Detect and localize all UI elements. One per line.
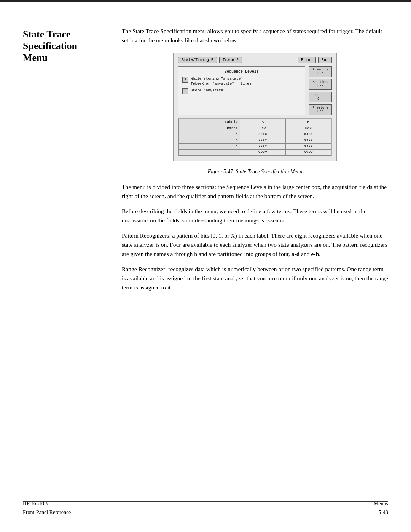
bold-eh: e-h: [311, 251, 319, 257]
row-b-label: b: [179, 137, 240, 143]
label-header-row: Label> A B: [179, 119, 331, 125]
title-line1: State Trace: [23, 29, 70, 40]
page-title: State Trace Specification Menu: [23, 28, 107, 64]
row-d-label: d: [179, 149, 240, 155]
count-off-btn[interactable]: CountOff: [309, 92, 332, 102]
base-row: Base> Hex Hex: [179, 125, 331, 131]
row-d-val1[interactable]: XXXX: [240, 149, 285, 155]
row-c-label: c: [179, 143, 240, 149]
state-timing-btn[interactable]: State/Timing E: [178, 57, 217, 63]
print-btn[interactable]: Print: [298, 57, 316, 63]
footer-menus: Menus: [374, 500, 388, 508]
base-b: Hex: [285, 125, 331, 131]
intro-paragraph: The State Trace Specification menu allow…: [122, 27, 388, 45]
seq-title: Sequence Levels: [182, 70, 301, 74]
label-b: B: [285, 119, 331, 125]
menu-topbar: State/Timing E Trace 2 Print Run: [178, 57, 332, 63]
footer-model: HP 16510B: [23, 500, 71, 508]
label-a: A: [240, 119, 285, 125]
bold-ad: a-d: [292, 251, 300, 257]
row-d-val2[interactable]: XXXX: [285, 149, 331, 155]
row-a-val1[interactable]: XXXX: [240, 131, 285, 137]
left-column: State Trace Specification Menu: [23, 27, 107, 298]
paragraph-3-pattern: Pattern Recognizers: a pattern of bits (…: [122, 231, 388, 259]
sequence-levels-box: Sequence Levels 1 While storing "anystat…: [178, 66, 305, 115]
row-c-val2[interactable]: XXXX: [285, 143, 331, 149]
seq-text-1: While storing "anystate": TeLeeK or "any…: [191, 76, 252, 86]
menu-main-area: Sequence Levels 1 While storing "anystat…: [178, 66, 332, 115]
pattern-row-b: b XXXX XXXX: [179, 137, 331, 143]
seq-num-1: 1: [182, 77, 188, 83]
title-line3: Menu: [23, 52, 48, 63]
paragraph-4-range: Range Recognizer: recognizes data which …: [122, 265, 388, 292]
page-layout: State Trace Specification Menu The State…: [0, 0, 411, 321]
base-a: Hex: [240, 125, 285, 131]
menu-topbar-right: Print Run: [298, 57, 332, 63]
title-line2: Specification: [23, 40, 77, 51]
label-header-cell: Label>: [179, 119, 240, 125]
seq-num-2: 2: [182, 88, 188, 94]
row-b-val2[interactable]: XXXX: [285, 137, 331, 143]
pattern-row-c: c XXXX XXXX: [179, 143, 331, 149]
top-rule: [0, 0, 411, 2]
pattern-table: Label> A B Base> Hex Hex a XXXX XXXX: [178, 119, 331, 156]
row-c-val1[interactable]: XXXX: [240, 143, 285, 149]
menu-figure: State/Timing E Trace 2 Print Run Sequenc…: [173, 53, 337, 161]
pattern-row-a: a XXXX XXXX: [179, 131, 331, 137]
paragraph-2: Before describing the fields in the menu…: [122, 207, 388, 225]
paragraph-1: The menu is divided into three sections:…: [122, 182, 388, 201]
pattern-row-d: d XXXX XXXX: [179, 149, 331, 155]
right-acquisition-buttons: Armed byRun BranchesOff CountOff Prestor…: [309, 66, 332, 115]
footer: HP 16510B Front-Panel Reference Menus 5-…: [23, 500, 388, 517]
pattern-table-container: Label> A B Base> Hex Hex a XXXX XXXX: [178, 118, 332, 156]
seq-text-2: Store "anystate": [191, 88, 225, 93]
footer-page: 5-43: [374, 508, 388, 517]
menu-topbar-left: State/Timing E Trace 2: [178, 57, 242, 63]
run-btn[interactable]: Run: [318, 57, 332, 63]
figure-caption: Figure 5-47. State Trace Specification M…: [122, 169, 388, 175]
seq-row-1: 1 While storing "anystate": TeLeeK or "a…: [182, 76, 301, 86]
footer-right: Menus 5-43: [374, 500, 388, 517]
row-a-label: a: [179, 131, 240, 137]
right-column: The State Trace Specification menu allow…: [122, 27, 388, 298]
branches-off-btn[interactable]: BranchesOff: [309, 79, 332, 89]
row-b-val1[interactable]: XXXX: [240, 137, 285, 143]
trace2-btn[interactable]: Trace 2: [219, 57, 242, 63]
footer-left: HP 16510B Front-Panel Reference: [23, 500, 71, 517]
footer-ref: Front-Panel Reference: [23, 508, 71, 517]
seq-row-2: 2 Store "anystate": [182, 88, 301, 94]
armed-by-run-btn[interactable]: Armed byRun: [309, 66, 332, 77]
row-a-val2[interactable]: XXXX: [285, 131, 331, 137]
base-label-cell: Base>: [179, 125, 240, 131]
prestore-off-btn[interactable]: PrestoreOff: [309, 104, 332, 115]
